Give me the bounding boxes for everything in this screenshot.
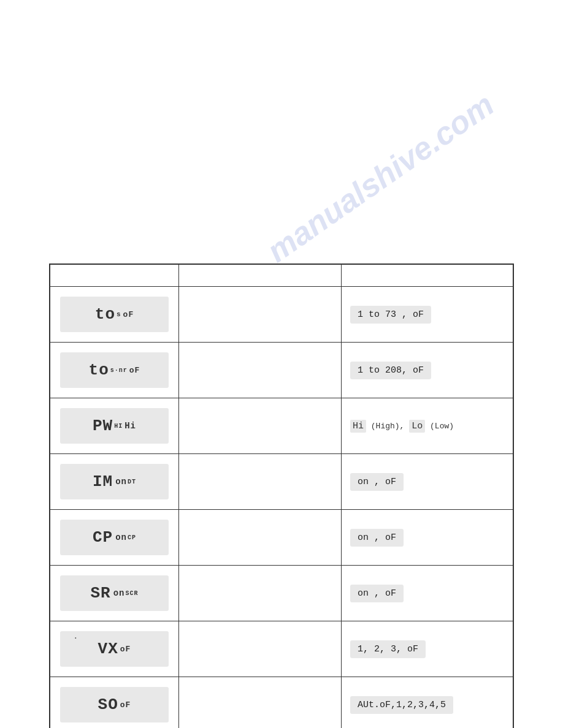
lcd-super-text: s·nr xyxy=(110,367,128,374)
lcd-super-text: CP xyxy=(128,534,136,541)
lcd-sub-text: oF xyxy=(120,700,131,710)
lcd-super-text: DT xyxy=(128,479,136,485)
lcd-display-im: IMonDT xyxy=(60,464,169,499)
desc-cell-cp xyxy=(179,510,342,566)
main-table-container: tosoF 1 to 73 , oF xyxy=(49,264,514,728)
watermark: manualshive.com xyxy=(260,86,500,269)
lcd-main-text: to xyxy=(95,305,115,324)
table-row: · VXoF 1, 2, 3, oF xyxy=(50,621,513,677)
values-cell-sr: on , oF xyxy=(342,566,513,621)
display-cell-so: SOoF xyxy=(50,677,179,729)
values-text: on , oF xyxy=(350,529,404,547)
table-row: PWHIHi Hi (High), Lo (Low) xyxy=(50,398,513,454)
display-cell-sr: SRonSCR xyxy=(50,566,179,621)
values-cell-vx: 1, 2, 3, oF xyxy=(342,621,513,677)
lcd-dot-text: · xyxy=(74,634,79,642)
lcd-main-text: IM xyxy=(93,472,113,491)
values-text: on , oF xyxy=(350,473,404,491)
display-cell-to-snr: tos·nroF xyxy=(50,343,179,398)
lcd-on-text: on xyxy=(115,533,127,542)
values-wrapper: Hi (High), Lo (Low) xyxy=(342,416,513,436)
lcd-display-so: SOoF xyxy=(60,687,169,722)
lcd-super-text: SCR xyxy=(126,590,139,597)
desc-text xyxy=(179,645,341,653)
desc-cell-to-snr xyxy=(179,343,342,398)
values-text: 1 to 208, oF xyxy=(350,362,431,379)
table-row: CPonCP on , oF xyxy=(50,510,513,566)
values-wrapper: AUt.oF,1,2,3,4,5 xyxy=(342,691,513,719)
lcd-sub-text: oF xyxy=(120,645,131,654)
desc-text xyxy=(179,311,341,318)
lcd-main-text: VX xyxy=(98,640,118,658)
desc-cell-so xyxy=(179,677,342,729)
lcd-sub-text: oF xyxy=(123,310,134,319)
lcd-main-text: to xyxy=(89,361,109,379)
desc-text xyxy=(179,422,341,430)
lcd-main-text: PW xyxy=(93,417,113,435)
header-values xyxy=(342,265,513,287)
desc-cell-to-s xyxy=(179,287,342,343)
desc-text xyxy=(179,478,341,485)
table-header-row xyxy=(50,265,513,287)
values-text: AUt.oF,1,2,3,4,5 xyxy=(350,696,453,714)
lcd-display-vx: · VXoF xyxy=(60,631,169,667)
lcd-sub-text: oF xyxy=(129,366,140,375)
lcd-super-text: s xyxy=(117,311,121,318)
table-row: IMonDT on , oF xyxy=(50,454,513,510)
desc-text xyxy=(179,701,341,708)
table-row: tosoF 1 to 73 , oF xyxy=(50,287,513,343)
settings-table: tosoF 1 to 73 , oF xyxy=(50,264,513,728)
lcd-main-text: SO xyxy=(98,696,118,714)
values-text: Hi (High), Lo (Low) xyxy=(350,421,454,431)
table-row: tos·nroF 1 to 208, oF xyxy=(50,343,513,398)
table-row: SOoF AUt.oF,1,2,3,4,5 xyxy=(50,677,513,729)
display-cell-im: IMonDT xyxy=(50,454,179,510)
desc-text xyxy=(179,590,341,597)
values-wrapper: 1, 2, 3, oF xyxy=(342,635,513,663)
desc-text xyxy=(179,366,341,374)
values-text: 1 to 73 , oF xyxy=(350,306,431,324)
lcd-on-text: on xyxy=(113,588,125,598)
values-cell-im: on , oF xyxy=(342,454,513,510)
lcd-display-sr: SRonSCR xyxy=(60,575,169,611)
lcd-super-text: HI xyxy=(114,423,123,430)
desc-cell-pw xyxy=(179,398,342,454)
lcd-sub-text: Hi xyxy=(124,421,136,431)
lcd-on-text: on xyxy=(115,477,127,487)
header-description xyxy=(179,265,342,287)
values-cell-to-s: 1 to 73 , oF xyxy=(342,287,513,343)
values-wrapper: 1 to 208, oF xyxy=(342,357,513,384)
display-cell-cp: CPonCP xyxy=(50,510,179,566)
lcd-display-to-snr: tos·nroF xyxy=(60,352,169,388)
values-wrapper: on , oF xyxy=(342,468,513,496)
lcd-main-text: CP xyxy=(93,528,113,547)
values-wrapper: 1 to 73 , oF xyxy=(342,301,513,328)
desc-text xyxy=(179,534,341,541)
values-cell-cp: on , oF xyxy=(342,510,513,566)
desc-cell-im xyxy=(179,454,342,510)
values-text: 1, 2, 3, oF xyxy=(350,640,426,658)
values-text: on , oF xyxy=(350,585,404,602)
values-cell-to-snr: 1 to 208, oF xyxy=(342,343,513,398)
lcd-display-pw: PWHIHi xyxy=(60,408,169,444)
desc-cell-vx xyxy=(179,621,342,677)
table-row: SRonSCR on , oF xyxy=(50,566,513,621)
values-wrapper: on , oF xyxy=(342,580,513,607)
lcd-display-to-s: tosoF xyxy=(60,297,169,332)
lcd-display-cp: CPonCP xyxy=(60,520,169,555)
lcd-main-text: SR xyxy=(90,584,110,602)
desc-cell-sr xyxy=(179,566,342,621)
header-display xyxy=(50,265,179,287)
values-wrapper: on , oF xyxy=(342,524,513,552)
values-cell-so: AUt.oF,1,2,3,4,5 xyxy=(342,677,513,729)
display-cell-vx: · VXoF xyxy=(50,621,179,677)
display-cell-to-s: tosoF xyxy=(50,287,179,343)
display-cell-pw: PWHIHi xyxy=(50,398,179,454)
values-cell-pw: Hi (High), Lo (Low) xyxy=(342,398,513,454)
